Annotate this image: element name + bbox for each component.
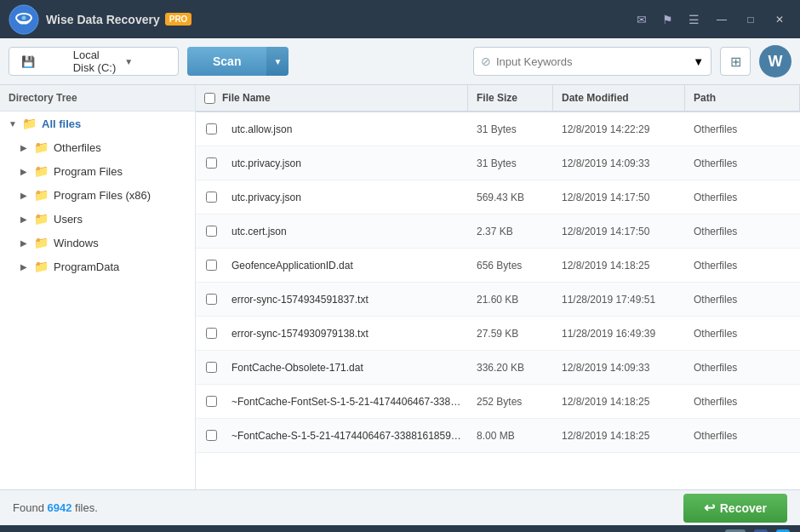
- file-list: utc.allow.json 31 Bytes 12/8/2019 14:22:…: [196, 112, 800, 489]
- row-size-5: 21.60 KB: [468, 294, 553, 306]
- table-row[interactable]: error-sync-1574930979138.txt 27.59 KB 11…: [196, 317, 800, 351]
- row-size-7: 336.20 KB: [468, 362, 553, 374]
- table-row[interactable]: utc.privacy.json 569.43 KB 12/8/2019 14:…: [196, 180, 800, 215]
- row-path-6: Otherfiles: [685, 328, 800, 340]
- recover-button[interactable]: ↩ Recover: [683, 494, 787, 523]
- view-toggle-button[interactable]: ⊞: [720, 47, 751, 76]
- checkbox-8[interactable]: [206, 396, 217, 407]
- sidebar-item-program-files-(x86)[interactable]: ▶📁Program Files (x86): [0, 183, 195, 207]
- th-path: Path: [685, 85, 800, 111]
- sidebar-item-windows[interactable]: ▶📁Windows: [0, 231, 195, 255]
- row-size-2: 569.43 KB: [468, 192, 553, 203]
- flag-title-icon[interactable]: ⚑: [657, 9, 678, 30]
- sidebar-header: Directory Tree: [0, 85, 195, 112]
- sidebar-item-all-files[interactable]: ▼📁All files: [0, 112, 195, 135]
- checkbox-3[interactable]: [206, 226, 217, 237]
- sidebar-label-4: Users: [54, 213, 83, 226]
- table-row[interactable]: ~FontCache-FontSet-S-1-5-21-4174406467-3…: [196, 385, 800, 419]
- table-row[interactable]: FontCache-Obsolete-171.dat 336.20 KB 12/…: [196, 351, 800, 385]
- row-filename-0: utc.allow.json: [226, 123, 468, 135]
- row-checkbox-2[interactable]: [196, 192, 226, 203]
- sidebar: Directory Tree ▼📁All files▶📁Otherfiles▶📁…: [0, 85, 196, 489]
- scan-dropdown-button[interactable]: ▼: [266, 47, 289, 76]
- folder-icon-2: 📁: [34, 164, 49, 178]
- sidebar-item-programdata[interactable]: ▶📁ProgramData: [0, 255, 195, 278]
- scan-button[interactable]: Scan: [187, 47, 266, 76]
- menu-title-icon[interactable]: ☰: [683, 9, 705, 30]
- sidebar-item-users[interactable]: ▶📁Users: [0, 207, 195, 231]
- folder-icon-4: 📁: [34, 212, 49, 226]
- checkbox-2[interactable]: [206, 192, 217, 203]
- row-checkbox-9[interactable]: [196, 430, 226, 441]
- row-date-7: 12/8/2019 14:09:33: [553, 362, 685, 374]
- row-checkbox-3[interactable]: [196, 226, 226, 237]
- table-row[interactable]: GeofenceApplicationID.dat 656 Bytes 12/8…: [196, 249, 800, 283]
- row-size-4: 656 Bytes: [468, 260, 553, 272]
- row-path-5: Otherfiles: [685, 294, 800, 306]
- pro-badge: PRO: [165, 13, 192, 26]
- row-checkbox-8[interactable]: [196, 396, 226, 407]
- row-checkbox-7[interactable]: [196, 362, 226, 373]
- row-checkbox-1[interactable]: [196, 157, 226, 169]
- row-path-9: Otherfiles: [685, 430, 800, 442]
- tree-container: ▼📁All files▶📁Otherfiles▶📁Program Files▶📁…: [0, 112, 195, 278]
- sidebar-label-2: Program Files: [54, 165, 123, 178]
- tree-arrow-4: ▶: [20, 215, 34, 224]
- sidebar-item-program-files[interactable]: ▶📁Program Files: [0, 159, 195, 183]
- row-path-8: Otherfiles: [685, 396, 800, 408]
- folder-icon-5: 📁: [34, 236, 49, 249]
- row-filename-7: FontCache-Obsolete-171.dat: [226, 362, 468, 374]
- row-checkbox-4[interactable]: [196, 260, 226, 271]
- search-dropdown-arrow: ▼: [693, 55, 704, 68]
- table-row[interactable]: utc.cert.json 2.37 KB 12/8/2019 14:17:50…: [196, 215, 800, 249]
- checkbox-6[interactable]: [206, 328, 217, 339]
- drive-icon: 💾: [21, 55, 68, 68]
- tree-arrow-5: ▶: [20, 238, 34, 248]
- row-path-3: Otherfiles: [685, 226, 800, 237]
- bottom-bar: Found 6942 files. ↩ Recover: [0, 489, 800, 525]
- row-size-1: 31 Bytes: [468, 157, 553, 169]
- close-button[interactable]: ✕: [768, 8, 791, 31]
- table-row[interactable]: ~FontCache-S-1-5-21-4174406467-338816185…: [196, 419, 800, 453]
- row-filename-9: ~FontCache-S-1-5-21-4174406467-338816185…: [226, 430, 468, 442]
- checkbox-4[interactable]: [206, 260, 217, 271]
- search-input[interactable]: [496, 55, 693, 68]
- drive-select[interactable]: 💾 Local Disk (C:) ▼: [9, 47, 179, 76]
- table-row[interactable]: error-sync-1574934591837.txt 21.60 KB 11…: [196, 283, 800, 317]
- sidebar-label-6: ProgramData: [54, 260, 119, 273]
- found-count: 6942: [47, 501, 71, 514]
- table-row[interactable]: utc.allow.json 31 Bytes 12/8/2019 14:22:…: [196, 112, 800, 146]
- app-title: Wise Data Recovery: [46, 13, 160, 26]
- th-date: Date Modified: [553, 85, 685, 111]
- row-size-3: 2.37 KB: [468, 226, 553, 237]
- sidebar-label-3: Program Files (x86): [54, 189, 151, 202]
- checkbox-0[interactable]: [206, 123, 217, 134]
- sidebar-item-otherfiles[interactable]: ▶📁Otherfiles: [0, 135, 195, 159]
- status-bar: Current Version: 5.1.1.329 ✉ f t: [0, 525, 800, 532]
- table-row[interactable]: utc.privacy.json 31 Bytes 12/8/2019 14:0…: [196, 146, 800, 180]
- row-checkbox-0[interactable]: [196, 123, 226, 134]
- tree-arrow-3: ▶: [20, 191, 34, 200]
- checkbox-7[interactable]: [206, 362, 217, 373]
- row-checkbox-5[interactable]: [196, 294, 226, 305]
- row-date-3: 12/8/2019 14:17:50: [553, 226, 685, 237]
- drive-label: Local Disk (C:): [73, 49, 120, 74]
- file-area: File Name File Size Date Modified Path u…: [196, 85, 800, 489]
- found-text: Found 6942 files.: [13, 501, 98, 514]
- maximize-button[interactable]: □: [739, 8, 763, 31]
- row-checkbox-6[interactable]: [196, 328, 226, 339]
- row-date-0: 12/8/2019 14:22:29: [553, 123, 685, 135]
- tree-arrow-1: ▶: [20, 143, 34, 152]
- title-bar: Wise Data Recovery PRO ✉ ⚑ ☰ — □ ✕: [0, 0, 800, 38]
- user-avatar[interactable]: W: [759, 45, 791, 77]
- checkbox-9[interactable]: [206, 430, 217, 441]
- mail-title-icon[interactable]: ✉: [631, 9, 652, 30]
- checkbox-5[interactable]: [206, 294, 217, 305]
- th-filename: File Name: [196, 85, 468, 111]
- checkbox-1[interactable]: [206, 157, 217, 169]
- minimize-button[interactable]: —: [710, 8, 734, 31]
- search-box: ⊘ ▼: [473, 47, 711, 76]
- select-all-checkbox[interactable]: [204, 93, 215, 104]
- folder-icon-0: 📁: [22, 117, 37, 130]
- row-filename-1: utc.privacy.json: [226, 157, 468, 169]
